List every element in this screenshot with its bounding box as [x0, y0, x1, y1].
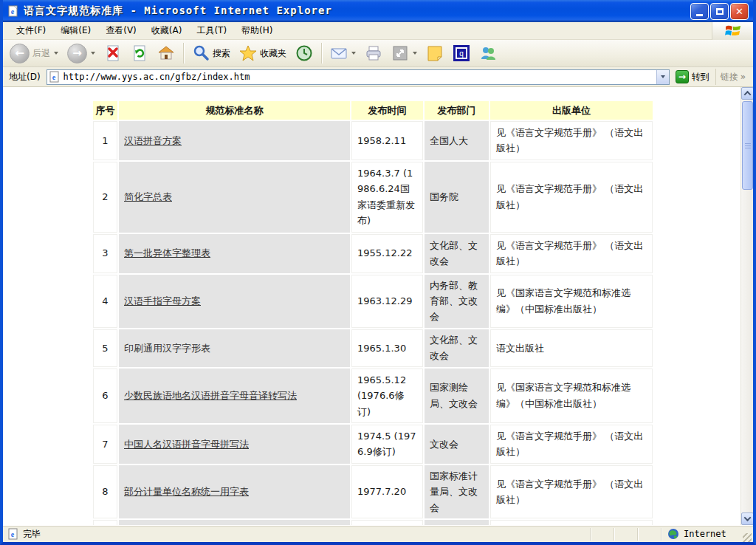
print-button[interactable]: [361, 42, 386, 65]
vertical-scrollbar[interactable]: [740, 87, 753, 525]
browser-viewport: 序号规范标准名称发布时间发布部门出版单位 1 汉语拼音方案 1958.2.11 …: [3, 87, 753, 525]
close-button[interactable]: ✕: [730, 3, 749, 20]
scroll-up-button[interactable]: [741, 87, 753, 100]
menu-item[interactable]: 文件(F): [9, 22, 53, 39]
ie-page-icon: e: [49, 71, 61, 83]
row-date: 1964.3.7 (1986.6.24国家语委重新发布): [351, 162, 423, 233]
row-date: 1982.8.17: [351, 520, 423, 525]
row-num: 8: [93, 465, 117, 518]
mail-dropdown-icon[interactable]: [351, 52, 356, 55]
row-num: 9: [93, 520, 117, 525]
messenger-icon: [479, 44, 497, 62]
menu-item[interactable]: 编辑(E): [53, 22, 98, 39]
menu-item[interactable]: 收藏(A): [144, 22, 190, 39]
row-dept: 文化部、文改会: [425, 234, 489, 273]
table-row: 4 汉语手指字母方案 1963.12.29 内务部、教育部、文改会 见《国家语言…: [93, 275, 653, 328]
refresh-button[interactable]: [127, 42, 152, 65]
row-num: 1: [93, 121, 117, 160]
standard-name-link[interactable]: 汉语手指字母方案: [124, 295, 201, 306]
row-date: 1955.12.22: [351, 234, 423, 273]
windows-logo: [712, 22, 753, 40]
standards-table-head: 序号规范标准名称发布时间发布部门出版单位: [93, 101, 653, 120]
scroll-down-button[interactable]: [741, 513, 753, 525]
chevron-down-icon: [744, 514, 752, 521]
print-icon: [365, 44, 382, 62]
row-dept: 全国人大: [425, 121, 489, 160]
column-header: 规范标准名称: [119, 101, 350, 120]
globe-icon: [667, 528, 679, 540]
menu-item[interactable]: 查看(V): [98, 22, 144, 39]
standards-table: 序号规范标准名称发布时间发布部门出版单位 1 汉语拼音方案 1958.2.11 …: [92, 100, 654, 525]
table-row: 9 汉语拼音字母名称读音 1982.8.17 国家标准局、文改会 见《语言文字规…: [93, 520, 653, 525]
back-dropdown-icon[interactable]: [54, 52, 58, 55]
standard-name-link[interactable]: 少数民族语地名汉语拼音字母音译转写法: [124, 390, 297, 401]
row-date: 1965.5.12 (1976.6修订): [351, 369, 423, 423]
row-name-cell: 中国人名汉语拼音字母拼写法: [119, 425, 350, 464]
history-button[interactable]: [292, 42, 317, 65]
favorites-star-icon: [239, 44, 257, 62]
q-tool-button[interactable]: q: [449, 42, 474, 65]
standard-name-link[interactable]: 中国人名汉语拼音字母拼写法: [124, 439, 249, 450]
standard-name-link[interactable]: 第一批异体字整理表: [124, 247, 210, 258]
ie-page-icon: e: [7, 528, 19, 540]
mail-button[interactable]: [326, 42, 360, 65]
maximize-button[interactable]: [710, 3, 729, 20]
address-url[interactable]: http://www.yys.ac.cn/gfbz/index.htm: [63, 72, 656, 82]
row-name-cell: 印刷通用汉字字形表: [119, 329, 350, 367]
address-input[interactable]: e http://www.yys.ac.cn/gfbz/index.htm: [47, 69, 670, 85]
go-label: 转到: [692, 71, 709, 83]
history-icon: [295, 44, 313, 62]
menubar: 文件(F)编辑(E)查看(V)收藏(A)工具(T)帮助(H): [3, 22, 753, 40]
table-row: 8 部分计量单位名称统一用字表 1977.7.20 国家标准计量局、文改会 见《…: [93, 465, 653, 518]
scrollbar-thumb[interactable]: [742, 101, 753, 190]
standard-name-link[interactable]: 部分计量单位名称统一用字表: [124, 486, 249, 497]
forward-dropdown-icon[interactable]: [91, 52, 95, 55]
standard-name-link[interactable]: 汉语拼音方案: [124, 135, 182, 146]
row-dept: 国家标准计量局、文改会: [425, 465, 489, 518]
row-pub: 见《国家语言文字规范和标准选编》（中国标准出版社）: [490, 275, 653, 328]
main-toolbar: ← 后退 → 搜索: [3, 40, 753, 67]
messenger-button[interactable]: [475, 42, 501, 65]
row-date: 1958.2.11: [351, 121, 423, 160]
menu-item[interactable]: 工具(T): [189, 22, 234, 39]
links-bar[interactable]: 链接 »: [715, 69, 750, 85]
row-pub: 见《国家语言文字规范和标准选编》（中国标准出版社）: [490, 369, 653, 423]
search-button[interactable]: 搜索: [188, 42, 234, 65]
row-dept: 国家测绘局、文改会: [425, 369, 489, 423]
row-num: 2: [93, 162, 117, 233]
forward-button[interactable]: →: [63, 42, 99, 65]
edit-button[interactable]: [388, 42, 421, 65]
minimize-button[interactable]: [690, 3, 709, 20]
status-message-pane: e 完毕: [4, 528, 567, 541]
address-label: 地址(D): [6, 71, 44, 83]
row-name-cell: 少数民族语地名汉语拼音字母音译转写法: [119, 369, 350, 423]
forward-icon: →: [67, 44, 87, 64]
svg-text:q: q: [459, 49, 464, 58]
row-num: 7: [93, 425, 117, 464]
links-chevron-icon[interactable]: »: [740, 72, 746, 82]
status-pane: [591, 528, 614, 541]
status-pane: [638, 528, 662, 541]
go-button[interactable]: → 转到: [673, 70, 712, 83]
menu-item[interactable]: 帮助(H): [234, 22, 280, 39]
stop-button[interactable]: [100, 42, 126, 65]
standard-name-link[interactable]: 简化字总表: [124, 191, 172, 202]
links-label: 链接: [721, 71, 738, 83]
row-pub: 见《语言文字规范手册》 （语文出版社）: [490, 425, 653, 464]
refresh-icon: [131, 44, 148, 62]
edit-dropdown-icon[interactable]: [413, 52, 417, 55]
notes-button[interactable]: [422, 42, 447, 65]
q-logo-icon: q: [453, 44, 470, 62]
resize-grip[interactable]: [743, 533, 752, 542]
svg-text:e: e: [11, 530, 15, 538]
address-dropdown-button[interactable]: [656, 70, 669, 84]
sticky-note-icon: [426, 44, 444, 62]
back-button[interactable]: ← 后退: [6, 42, 62, 65]
column-header: 序号: [93, 101, 117, 120]
row-dept: 文改会: [425, 425, 489, 464]
row-pub: 见《语言文字规范手册》 （语文出版社）: [490, 162, 653, 233]
row-dept: 国务院: [425, 162, 489, 233]
row-dept: 文化部、文改会: [425, 329, 489, 367]
favorites-button[interactable]: 收藏夹: [236, 42, 290, 65]
home-button[interactable]: [154, 42, 179, 65]
